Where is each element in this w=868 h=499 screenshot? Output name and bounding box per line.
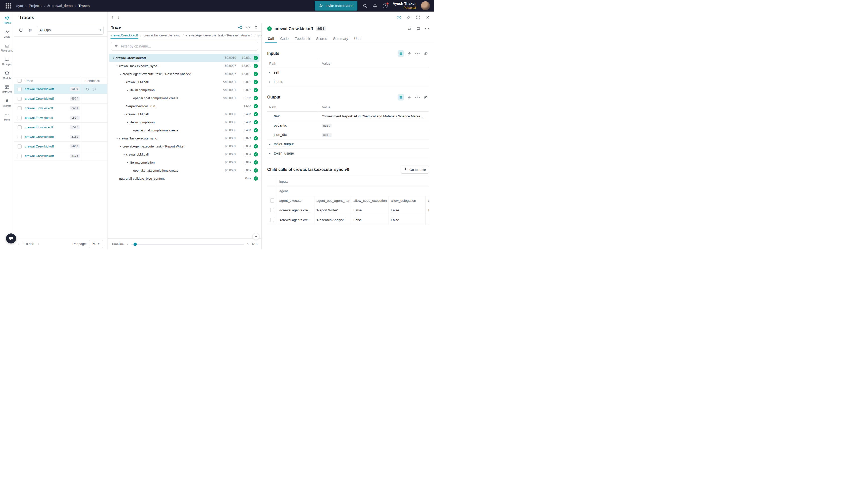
user-avatar[interactable]: [421, 1, 430, 10]
trace-row[interactable]: crewai.Crew.kickoff9d89☺: [14, 84, 107, 94]
kv-path[interactable]: ▸self: [267, 70, 319, 74]
chevron-right-icon[interactable]: ▸: [269, 143, 274, 145]
trace-name-link[interactable]: crewai.Flow.kickoff: [25, 116, 53, 120]
timeline-mode-label[interactable]: Timeline: [112, 242, 124, 246]
chevron-down-icon[interactable]: ▾: [119, 145, 123, 148]
code-view-icon[interactable]: </>: [245, 26, 250, 29]
fullscreen-icon[interactable]: [416, 15, 420, 20]
trace-path-tab[interactable]: crewai.LLM.cal: [258, 32, 261, 39]
sidebar-item-prompts[interactable]: Prompts: [0, 56, 14, 67]
trace-path-tab[interactable]: crewai.Task.execute_sync: [143, 32, 181, 39]
sidebar-item-models[interactable]: Models: [0, 69, 14, 81]
trace-tree-row[interactable]: openai.chat.completions.create<$0.00012.…: [109, 94, 259, 102]
hide-values-icon[interactable]: [422, 50, 429, 57]
code-json-icon[interactable]: </>: [414, 50, 421, 57]
timeline-slider-knob[interactable]: [134, 242, 137, 246]
chevron-down-icon[interactable]: ▾: [122, 153, 126, 156]
trace-tree-row[interactable]: ▾crewai.LLM.call$0.00069.40s✓: [109, 110, 259, 118]
comment-icon[interactable]: [416, 26, 420, 31]
tab-use[interactable]: Use: [351, 34, 363, 43]
tab-code[interactable]: Code: [277, 34, 292, 43]
chat-launcher[interactable]: [6, 233, 16, 243]
op-filter-input[interactable]: [120, 44, 255, 48]
next-call-icon[interactable]: ↓: [117, 15, 120, 20]
trace-path-tab[interactable]: crewai.Crew.kickoff: [111, 32, 138, 39]
help-icon[interactable]: ?: [383, 3, 387, 8]
chevron-down-icon[interactable]: ▾: [115, 137, 119, 140]
trace-tree-row[interactable]: ▾crewai.Agent.execute_task - 'Report Wri…: [109, 142, 259, 150]
chevron-right-icon[interactable]: ▸: [269, 152, 274, 155]
collapse-timeline-button[interactable]: [252, 233, 259, 240]
trace-tree-row[interactable]: guardrail-validate_blog_content0ms✓: [109, 174, 259, 182]
sidebar-item-scorers[interactable]: #Scorers: [0, 97, 14, 109]
row-checkbox[interactable]: [17, 145, 22, 148]
trace-name-link[interactable]: crewai.Crew.kickoff: [25, 154, 54, 158]
invite-teammates-button[interactable]: Invite teammates: [315, 1, 357, 11]
trace-name-link[interactable]: crewai.Crew.kickoff: [25, 97, 54, 100]
prev-page-icon[interactable]: ‹: [18, 241, 23, 246]
trace-row[interactable]: crewai.Crew.kickoffa17d: [14, 151, 107, 161]
breadcrumb-project[interactable]: crewai_demo: [47, 4, 73, 8]
trace-name-link[interactable]: crewai.Flow.kickoff: [25, 106, 53, 110]
breadcrumb-current[interactable]: Traces: [78, 4, 89, 8]
row-checkbox[interactable]: [270, 208, 274, 212]
trace-tree-toggle-icon[interactable]: [397, 15, 401, 20]
sidebar-item-more[interactable]: •••More: [0, 111, 14, 123]
more-menu-icon[interactable]: ⋯: [425, 26, 430, 32]
feedback-smiley-icon[interactable]: ☺: [85, 87, 89, 92]
row-checkbox[interactable]: [17, 125, 22, 130]
timeline-slider[interactable]: [131, 244, 244, 245]
trace-row[interactable]: crewai.Crew.kickoff316c: [14, 132, 107, 142]
trace-tree-row[interactable]: ▾crewai.Task.execute_sync$0.00035.87s✓: [109, 134, 259, 142]
trace-row[interactable]: crewai.Flow.kickoffc59f: [14, 113, 107, 123]
timeline-prev-icon[interactable]: ‹: [127, 242, 128, 247]
call-id-badge[interactable]: 9d89: [316, 26, 326, 31]
user-menu[interactable]: Ayush Thakur Personal: [393, 1, 416, 10]
list-view-icon[interactable]: [398, 94, 404, 100]
ops-filter-select[interactable]: All Ops ▾: [37, 26, 104, 35]
edit-icon[interactable]: [406, 15, 411, 20]
list-view-icon[interactable]: [398, 50, 404, 57]
feedback-comment-icon[interactable]: [92, 87, 97, 91]
notifications-bell-icon[interactable]: [372, 3, 377, 8]
trace-tree-row[interactable]: ▾crewai.LLM.call<$0.00012.82s✓: [109, 78, 259, 86]
trace-name-link[interactable]: crewai.Flow.kickoff: [25, 125, 53, 129]
trace-tree-row[interactable]: ▾crewai.Agent.execute_task - 'Research A…: [109, 70, 259, 78]
chevron-down-icon[interactable]: ▾: [115, 64, 119, 67]
tab-summary[interactable]: Summary: [330, 34, 351, 43]
breadcrumb-entity[interactable]: ayut: [16, 4, 23, 8]
refresh-button[interactable]: [17, 27, 24, 34]
trace-row[interactable]: crewai.Flow.kickoffc5ff: [14, 123, 107, 132]
hide-values-icon[interactable]: [422, 94, 429, 100]
trace-row[interactable]: crewai.Crew.kickoffe058: [14, 142, 107, 151]
trace-tree-row[interactable]: ▾litellm.completion$0.00035.84s✓: [109, 158, 259, 166]
trace-row[interactable]: crewai.Crew.kickoff657f: [14, 94, 107, 104]
trace-name-link[interactable]: crewai.Crew.kickoff: [25, 87, 54, 91]
kv-path[interactable]: ▸tasks_output: [267, 142, 319, 146]
select-all-checkbox[interactable]: [17, 78, 22, 83]
tab-feedback[interactable]: Feedback: [292, 34, 313, 43]
expand-rows-icon[interactable]: [406, 50, 412, 57]
chevron-down-icon[interactable]: ▾: [119, 73, 123, 75]
prev-call-icon[interactable]: ↑: [112, 15, 113, 20]
trace-tree-row[interactable]: ▾litellm.completion<$0.00012.82s✓: [109, 86, 259, 94]
chevron-down-icon[interactable]: ▾: [122, 113, 126, 115]
trace-tree-row[interactable]: ▾litellm.completion$0.00069.40s✓: [109, 118, 259, 126]
row-checkbox[interactable]: [17, 135, 22, 139]
row-checkbox[interactable]: [17, 87, 22, 91]
trace-tree-row[interactable]: openai.chat.completions.create$0.00035.8…: [109, 166, 259, 174]
row-checkbox[interactable]: [17, 97, 22, 101]
sidebar-item-evals[interactable]: Evals: [0, 28, 14, 40]
timeline-next-icon[interactable]: ›: [247, 242, 249, 247]
child-call-row[interactable]: <crewai.agents.cre...'Report Writer'Fals…: [267, 205, 429, 215]
row-checkbox[interactable]: [17, 106, 22, 110]
trace-name-link[interactable]: crewai.Crew.kickoff: [25, 145, 54, 148]
chevron-right-icon[interactable]: ▸: [269, 81, 274, 83]
per-page-select[interactable]: 50 ▾: [89, 240, 103, 248]
close-icon[interactable]: [425, 15, 430, 20]
trace-name-link[interactable]: crewai.Crew.kickoff: [25, 135, 54, 139]
tree-view-icon[interactable]: [238, 25, 242, 29]
trace-path-tab[interactable]: crewai.Agent.execute_task - 'Research An…: [186, 32, 253, 39]
sidebar-item-datasets[interactable]: Datasets: [0, 83, 14, 95]
column-settings-button[interactable]: [27, 27, 34, 34]
